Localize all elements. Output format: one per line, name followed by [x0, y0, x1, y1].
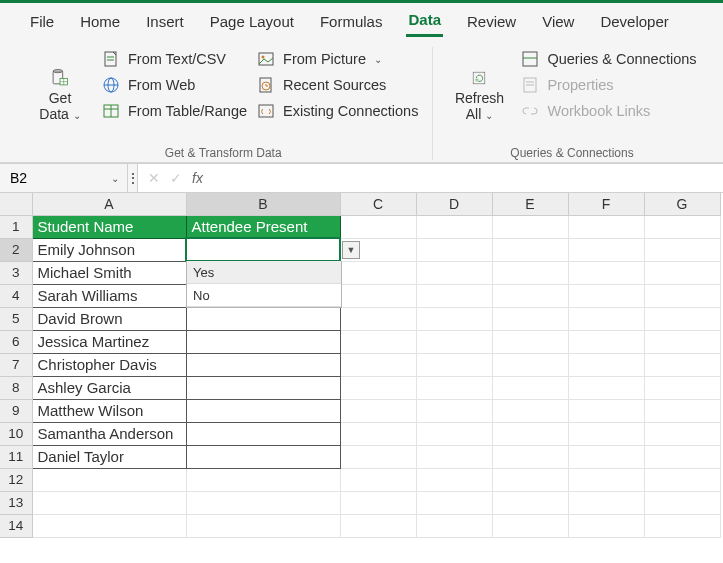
cell-D8[interactable]: [416, 376, 492, 399]
cell-E4[interactable]: [492, 284, 568, 307]
dropdown-option-no[interactable]: No: [187, 284, 341, 307]
tab-view[interactable]: View: [540, 11, 576, 36]
select-all-corner[interactable]: [0, 193, 32, 215]
cell-A5[interactable]: David Brown: [32, 307, 186, 330]
cell-E3[interactable]: [492, 261, 568, 284]
cell-A9[interactable]: Matthew Wilson: [32, 399, 186, 422]
tab-home[interactable]: Home: [78, 11, 122, 36]
cell-C13[interactable]: [340, 491, 416, 514]
cell-C8[interactable]: [340, 376, 416, 399]
row-header-2[interactable]: 2: [0, 238, 32, 261]
cell-E14[interactable]: [492, 514, 568, 537]
cell-G12[interactable]: [644, 468, 720, 491]
cell-C10[interactable]: [340, 422, 416, 445]
cell-F10[interactable]: [568, 422, 644, 445]
row-header-12[interactable]: 12: [0, 468, 32, 491]
formula-input[interactable]: [213, 169, 713, 187]
cell-D1[interactable]: [416, 215, 492, 238]
row-header-14[interactable]: 14: [0, 514, 32, 537]
cell-F1[interactable]: [568, 215, 644, 238]
cell-G4[interactable]: [644, 284, 720, 307]
name-box-input[interactable]: [8, 169, 78, 187]
recent-sources-button[interactable]: Recent Sources: [257, 75, 418, 95]
existing-connections-button[interactable]: Existing Connections: [257, 101, 418, 121]
cell-G8[interactable]: [644, 376, 720, 399]
cell-G6[interactable]: [644, 330, 720, 353]
cell-A12[interactable]: [32, 468, 186, 491]
cell-D14[interactable]: [416, 514, 492, 537]
col-header-A[interactable]: A: [32, 193, 186, 215]
cell-D9[interactable]: [416, 399, 492, 422]
cell-E8[interactable]: [492, 376, 568, 399]
col-header-D[interactable]: D: [416, 193, 492, 215]
cell-F6[interactable]: [568, 330, 644, 353]
cell-A11[interactable]: Daniel Taylor: [32, 445, 186, 468]
cell-E10[interactable]: [492, 422, 568, 445]
col-header-B[interactable]: B: [186, 193, 340, 215]
row-header-4[interactable]: 4: [0, 284, 32, 307]
cell-B6[interactable]: [186, 330, 340, 353]
cell-F9[interactable]: [568, 399, 644, 422]
cell-C14[interactable]: [340, 514, 416, 537]
from-web-button[interactable]: From Web: [102, 75, 247, 95]
worksheet[interactable]: ABCDEFG1Student NameAttendee Present2Emi…: [0, 193, 723, 538]
cell-C3[interactable]: [340, 261, 416, 284]
cell-B2[interactable]: [186, 238, 340, 261]
cell-C11[interactable]: [340, 445, 416, 468]
tab-formulas[interactable]: Formulas: [318, 11, 385, 36]
cell-E6[interactable]: [492, 330, 568, 353]
cell-E5[interactable]: [492, 307, 568, 330]
fx-icon[interactable]: fx: [192, 170, 203, 186]
cell-F11[interactable]: [568, 445, 644, 468]
cell-B12[interactable]: [186, 468, 340, 491]
tab-data[interactable]: Data: [406, 9, 443, 37]
cell-E12[interactable]: [492, 468, 568, 491]
row-header-3[interactable]: 3: [0, 261, 32, 284]
cell-B8[interactable]: [186, 376, 340, 399]
row-header-8[interactable]: 8: [0, 376, 32, 399]
row-header-9[interactable]: 9: [0, 399, 32, 422]
col-header-F[interactable]: F: [568, 193, 644, 215]
cell-D4[interactable]: [416, 284, 492, 307]
cell-D13[interactable]: [416, 491, 492, 514]
tab-review[interactable]: Review: [465, 11, 518, 36]
cell-B7[interactable]: [186, 353, 340, 376]
cell-D10[interactable]: [416, 422, 492, 445]
cell-B10[interactable]: [186, 422, 340, 445]
cell-G2[interactable]: [644, 238, 720, 261]
cell-B13[interactable]: [186, 491, 340, 514]
cell-D3[interactable]: [416, 261, 492, 284]
cell-F12[interactable]: [568, 468, 644, 491]
cell-B14[interactable]: [186, 514, 340, 537]
data-validation-dropdown-button[interactable]: ▼: [342, 241, 360, 259]
from-text-csv-button[interactable]: From Text/CSV: [102, 49, 247, 69]
cell-A8[interactable]: Ashley Garcia: [32, 376, 186, 399]
cell-A6[interactable]: Jessica Martinez: [32, 330, 186, 353]
row-header-7[interactable]: 7: [0, 353, 32, 376]
row-header-10[interactable]: 10: [0, 422, 32, 445]
cell-C4[interactable]: [340, 284, 416, 307]
cell-G1[interactable]: [644, 215, 720, 238]
cell-D5[interactable]: [416, 307, 492, 330]
chevron-down-icon[interactable]: ⌄: [111, 173, 119, 184]
cell-D6[interactable]: [416, 330, 492, 353]
name-box[interactable]: ⌄: [0, 164, 128, 192]
cell-D11[interactable]: [416, 445, 492, 468]
cell-B5[interactable]: [186, 307, 340, 330]
cell-G9[interactable]: [644, 399, 720, 422]
row-header-6[interactable]: 6: [0, 330, 32, 353]
cell-B9[interactable]: [186, 399, 340, 422]
cell-G11[interactable]: [644, 445, 720, 468]
queries-connections-button[interactable]: Queries & Connections: [521, 49, 696, 69]
cell-D7[interactable]: [416, 353, 492, 376]
col-header-E[interactable]: E: [492, 193, 568, 215]
cell-A3[interactable]: Michael Smith: [32, 261, 186, 284]
cell-G7[interactable]: [644, 353, 720, 376]
cell-C6[interactable]: [340, 330, 416, 353]
cell-F2[interactable]: [568, 238, 644, 261]
cell-G13[interactable]: [644, 491, 720, 514]
cell-E1[interactable]: [492, 215, 568, 238]
cell-G10[interactable]: [644, 422, 720, 445]
cell-E2[interactable]: [492, 238, 568, 261]
from-table-range-button[interactable]: From Table/Range: [102, 101, 247, 121]
